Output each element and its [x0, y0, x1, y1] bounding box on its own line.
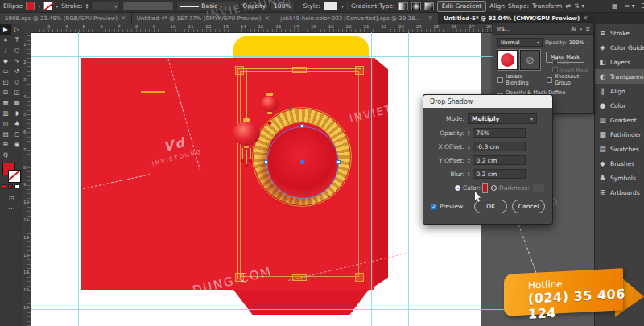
drawing-modes-icon[interactable]: ⊡: [9, 195, 14, 202]
selection-tool[interactable]: ▶: [0, 24, 11, 35]
dock-item-stroke[interactable]: ≡Stroke: [595, 26, 644, 40]
document-tab[interactable]: 5908.eps @ 23.49% (RGB/GPU Preview)×: [0, 12, 132, 24]
knockout-group-checkbox[interactable]: Knockout Group: [547, 73, 589, 86]
scale-tool[interactable]: ◰: [0, 76, 11, 87]
red-lantern-small[interactable]: [261, 96, 279, 112]
close-icon[interactable]: ×: [121, 14, 126, 22]
anchor-center-point[interactable]: [300, 160, 304, 164]
darkness-radio[interactable]: [491, 185, 497, 191]
dock-item-colorguide[interactable]: ◈Color Guide: [595, 40, 644, 55]
blur-input[interactable]: 0.2 cm: [473, 169, 526, 179]
dock-item-symbols[interactable]: ♣Symbols: [595, 171, 644, 185]
stroke-color-swatch[interactable]: [43, 2, 52, 10]
envelope-side-flap[interactable]: [374, 58, 388, 287]
pencil-tool[interactable]: ∿: [11, 56, 23, 66]
paintbrush-tool[interactable]: ◆: [0, 56, 11, 66]
dock-item-pathfinder[interactable]: ▦Pathfinder: [595, 127, 644, 142]
red-lantern-large[interactable]: [233, 122, 260, 146]
stroke-weight-select[interactable]: ▾: [91, 2, 120, 10]
cancel-button[interactable]: Cancel: [512, 200, 545, 213]
fill-color-swatch[interactable]: [26, 2, 35, 10]
opacity-input[interactable]: 100%: [270, 2, 295, 10]
style-swatch[interactable]: [324, 2, 338, 10]
close-icon[interactable]: ×: [428, 14, 434, 22]
guide-vertical[interactable]: [371, 32, 372, 326]
dock-item-color[interactable]: ●Color: [595, 98, 644, 113]
dock-item-transparen[interactable]: ◐Transparen...: [595, 69, 644, 84]
gradient-tool[interactable]: ▥: [0, 108, 11, 118]
chevron-down-icon[interactable]: ▾: [56, 3, 58, 9]
x-offset-stepper[interactable]: ▴▾: [468, 143, 470, 150]
chevron-right-icon[interactable]: ›: [298, 3, 299, 9]
brush-definition-select[interactable]: Basic ▾: [176, 2, 239, 10]
column-graph-tool[interactable]: ▤: [0, 129, 11, 139]
align-objects-icon[interactable]: ⇅ ▾: [574, 2, 584, 10]
document-tab[interactable]: job549-hein-color-003 [Converted].eps @ …: [275, 12, 439, 24]
close-icon[interactable]: ×: [583, 14, 588, 22]
anchor-handle-top[interactable]: [300, 124, 304, 128]
stroke-weight-stepper[interactable]: ▴▾: [86, 3, 89, 9]
shape-menu[interactable]: Shape:: [508, 2, 529, 10]
ok-button[interactable]: OK: [474, 200, 507, 213]
preview-checkbox[interactable]: ✓: [431, 204, 437, 210]
none-mode-button[interactable]: [14, 184, 19, 189]
magic-wand-tool[interactable]: ∗: [0, 35, 11, 45]
edit-gradient-button[interactable]: Edit Gradient: [437, 1, 487, 12]
close-icon[interactable]: ×: [265, 14, 270, 22]
envelope-bottom-flap[interactable]: [233, 290, 369, 315]
isolate-blending-checkbox[interactable]: Isolate Blending: [497, 73, 540, 86]
panel-menu-icon[interactable]: ≡: [586, 26, 590, 32]
dialog-title[interactable]: Drop Shadow: [423, 95, 552, 108]
shadow-color-swatch[interactable]: [482, 183, 488, 193]
width-tool[interactable]: ◇: [11, 76, 23, 87]
variable-width-profile[interactable]: [123, 2, 173, 10]
anchor-handle-right[interactable]: [336, 160, 341, 164]
guide-vertical[interactable]: [408, 32, 409, 326]
anchor-handle-left[interactable]: [264, 160, 268, 164]
panel-tab-transparency[interactable]: Tra...: [497, 26, 510, 32]
zoom-tool[interactable]: Q: [0, 150, 11, 160]
rotate-tool[interactable]: ↺: [11, 66, 23, 76]
dock-item-artboards[interactable]: ⊞Artboards: [595, 185, 644, 200]
gradient-mode-button[interactable]: [8, 184, 13, 189]
free-transform-icon[interactable]: ⇄: [565, 2, 571, 10]
dock-item-brushes[interactable]: ◆Brushes: [595, 156, 644, 171]
symbol-sprayer-tool[interactable]: ♣: [11, 118, 23, 129]
eraser-tool[interactable]: ▭: [0, 66, 11, 76]
ellipse-tool[interactable]: ○: [11, 45, 23, 56]
shape-builder-tool[interactable]: ◫: [11, 87, 23, 97]
eyedropper-tool[interactable]: ◗: [11, 108, 23, 118]
grid-view-icon[interactable]: ▦: [612, 2, 618, 10]
collapse-panel-icon[interactable]: »: [580, 26, 583, 32]
line-segment-tool[interactable]: ∕: [0, 45, 11, 56]
direct-selection-tool[interactable]: ▷: [11, 24, 23, 35]
preview-checkbox-row[interactable]: ✓ Preview: [431, 203, 463, 210]
perspective-grid-tool[interactable]: ▦: [0, 97, 11, 108]
arrange-documents-icon[interactable]: ≡ ▾: [625, 2, 635, 10]
panel-opacity-value[interactable]: 100%: [569, 39, 584, 46]
dock-item-align[interactable]: ∥Align: [595, 84, 644, 98]
x-offset-input[interactable]: -0.3 cm: [473, 142, 526, 151]
dock-item-layers[interactable]: ◧Layers: [595, 55, 644, 69]
screen-mode-icon[interactable]: ⋯: [8, 205, 14, 213]
y-offset-input[interactable]: 0.2 cm: [473, 155, 526, 165]
mesh-tool[interactable]: ▩: [11, 97, 23, 108]
stroke-color-indicator[interactable]: [8, 170, 21, 183]
blur-stepper[interactable]: ▴▾: [468, 171, 470, 177]
type-tool[interactable]: T: [11, 35, 23, 45]
chevron-down-icon[interactable]: ▾: [38, 3, 40, 9]
radial-gradient-button[interactable]: [411, 2, 421, 10]
chevron-down-icon[interactable]: ▾: [341, 3, 344, 9]
object-thumbnail[interactable]: [497, 50, 518, 70]
document-tab[interactable]: Untitled-4* @ 167.77% (CMYK/GPU Preview)…: [132, 12, 276, 24]
blend-tool[interactable]: ◎: [0, 118, 11, 129]
color-radio[interactable]: [455, 185, 460, 191]
dock-item-swatches[interactable]: ▤Swatches: [595, 142, 644, 156]
hand-tool[interactable]: ◉: [11, 139, 23, 150]
guide-vertical[interactable]: [78, 32, 79, 326]
align-menu[interactable]: Align: [489, 2, 505, 10]
free-transform-tool[interactable]: ⊡: [0, 87, 11, 97]
gold-accent-line[interactable]: [141, 91, 165, 93]
y-offset-stepper[interactable]: ▴▾: [468, 157, 470, 163]
mask-thumbnail[interactable]: ⊘: [520, 50, 540, 70]
